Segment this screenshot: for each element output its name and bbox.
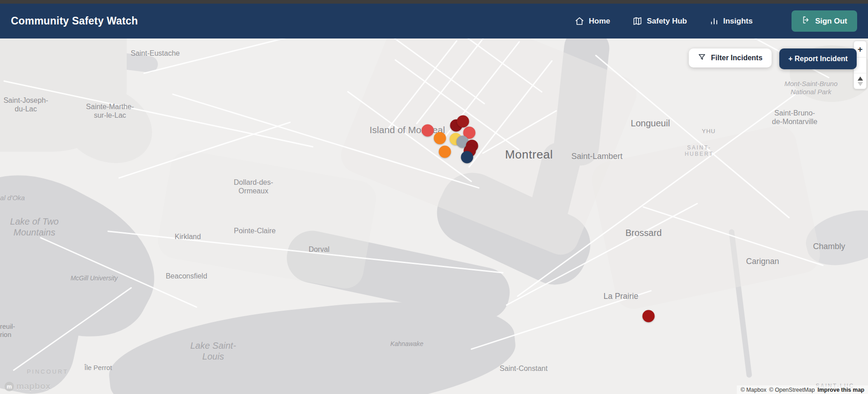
map-label: Carignan [746, 257, 779, 266]
mapbox-attribution-link[interactable]: © Mapbox [740, 387, 766, 393]
map-label: Dollard-des-Ormeaux [234, 178, 273, 196]
report-incident-button[interactable]: + Report Incident [779, 48, 857, 69]
filter-incidents-button[interactable]: Filter Incidents [689, 48, 772, 67]
map-label: Montreal [505, 148, 553, 162]
map-label: Pointe-Claire [234, 227, 276, 235]
sign-out-icon [801, 15, 811, 27]
funnel-icon [698, 53, 706, 63]
nav-item-label: Insights [723, 17, 753, 26]
map-label: Lake of TwoMountains [10, 216, 58, 238]
map-attribution: © Mapbox © OpenStreetMap Improve this ma… [737, 385, 868, 394]
map-label: reuil-rion [0, 322, 15, 338]
map-label: Saint-Lambert [571, 152, 622, 161]
map-label: Kahnawake [390, 340, 423, 348]
nav-item-insights[interactable]: Insights [710, 17, 753, 26]
incident-marker[interactable] [457, 115, 469, 128]
map-label: Saint-Eustache [131, 49, 180, 58]
sign-out-button[interactable]: Sign Out [792, 10, 857, 32]
nav-item-home[interactable]: Home [575, 16, 610, 26]
incident-marker[interactable] [643, 310, 655, 322]
down-triangle-icon [858, 82, 863, 86]
map-label: Lake Saint-Louis [190, 341, 236, 362]
bar-chart-icon [710, 17, 719, 26]
map-label: Chambly [813, 242, 845, 251]
map-label: YHU [702, 128, 715, 135]
map-label: SAINT-HUBERT [685, 144, 714, 157]
map-icon [633, 16, 642, 26]
mapbox-logo-icon: m [5, 382, 14, 391]
map-label: La Prairie [603, 292, 638, 301]
map-label: Saint-Joseph-du-Lac [4, 96, 48, 114]
filter-incidents-label: Filter Incidents [711, 54, 763, 62]
mapbox-logo-word: mapbox [16, 381, 51, 391]
map-label: Saint-Constant [500, 365, 548, 373]
home-icon [575, 16, 584, 26]
pitch-toggle-button[interactable] [854, 73, 866, 89]
map-label: McGill University [71, 274, 118, 282]
incident-marker[interactable] [461, 151, 473, 163]
osm-attribution-link[interactable]: © OpenStreetMap [769, 387, 815, 393]
map-label: Mont-Saint-BrunoNational Park [784, 80, 838, 96]
map-label: Brossard [625, 228, 662, 239]
main-nav: Home Safety Hub Insights Sign Out [575, 10, 857, 32]
plus-icon: + [858, 45, 863, 53]
incident-marker[interactable] [434, 132, 446, 144]
up-triangle-icon [858, 77, 863, 81]
app-header: Community Safety Watch Home Safety Hub I… [0, 4, 868, 38]
improve-map-link[interactable]: Improve this map [818, 387, 865, 393]
nav-item-label: Home [589, 17, 610, 26]
mapbox-logo[interactable]: m mapbox [5, 381, 51, 391]
nav-item-safety-hub[interactable]: Safety Hub [633, 16, 687, 26]
map-canvas[interactable]: Saint-EustacheSaint-Joseph-du-LacSainte-… [0, 38, 868, 394]
map-label: PINCOURT [27, 368, 68, 375]
map-label: Sainte-Marthe-sur-le-Lac [86, 103, 134, 120]
map-label: Dorval [309, 245, 329, 254]
map-label: nal d'Oka [0, 194, 25, 202]
map-terrain-shape [155, 148, 379, 291]
map-label: Saint-Bruno-de-Montarville [772, 109, 817, 126]
map-label: Longueuil [631, 118, 670, 129]
browser-chrome-strip [0, 0, 868, 4]
sign-out-label: Sign Out [815, 17, 847, 26]
map-label: Île Perrot [85, 364, 112, 372]
page-title: Community Safety Watch [11, 15, 138, 27]
nav-item-label: Safety Hub [647, 17, 687, 26]
incident-marker[interactable] [439, 146, 451, 158]
map-label: Kirkland [175, 233, 201, 241]
map-label: Beaconsfield [166, 272, 207, 281]
incident-marker[interactable] [422, 125, 434, 137]
